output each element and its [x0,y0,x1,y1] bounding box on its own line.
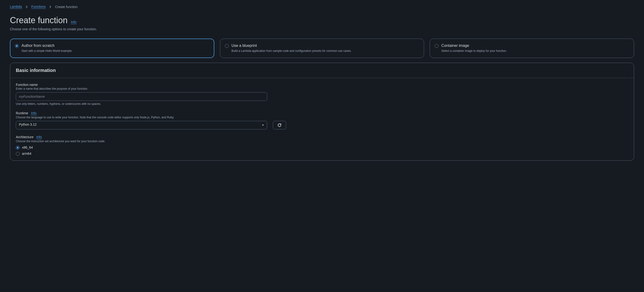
function-name-input[interactable] [16,92,267,101]
option-title: Container image [441,44,629,48]
chevron-right-icon [48,5,52,9]
breadcrumb: Lambda Functions Create function [10,5,634,9]
function-name-hint: Enter a name that describes the purpose … [16,87,628,90]
architecture-group: Architecture Info Choose the instruction… [16,135,628,156]
option-container-image[interactable]: Container image Select a container image… [430,39,634,58]
option-desc: Build a Lambda application from sample c… [232,49,419,53]
radio-arm64[interactable] [16,152,20,156]
page-subtitle: Choose one of the following options to c… [10,27,634,31]
runtime-select[interactable]: Python 3.12 [16,121,267,129]
panel-body: Function name Enter a name that describe… [10,78,634,161]
info-link-architecture[interactable]: Info [36,135,42,139]
radio-label: arm64 [22,152,32,156]
function-name-group: Function name Enter a name that describe… [16,83,628,105]
architecture-option-arm64[interactable]: arm64 [16,152,628,156]
options-row: Author from scratch Start with a simple … [10,39,634,58]
option-use-blueprint[interactable]: Use a blueprint Build a Lambda applicati… [220,39,424,58]
refresh-icon [277,123,282,127]
architecture-option-x86-64[interactable]: x86_64 [16,145,628,150]
page-title: Create function [10,15,68,25]
radio-x86-64[interactable] [16,146,20,150]
info-link-runtime[interactable]: Info [31,111,36,115]
function-name-help: Use only letters, numbers, hyphens, or u… [16,102,628,105]
architecture-label: Architecture [16,135,34,139]
radio-container-image[interactable] [435,44,438,48]
runtime-group: Runtime Info Choose the language to use … [16,111,628,129]
breadcrumb-lambda[interactable]: Lambda [10,5,22,9]
breadcrumb-current: Create function [55,5,78,9]
runtime-label: Runtime [16,111,28,115]
basic-information-panel: Basic information Function name Enter a … [10,63,634,161]
runtime-hint: Choose the language to use to write your… [16,116,628,119]
runtime-refresh-button[interactable] [273,121,286,129]
radio-label: x86_64 [22,145,33,149]
radio-use-blueprint[interactable] [225,44,229,48]
panel-title: Basic information [16,68,628,73]
function-name-label: Function name [16,83,38,87]
option-desc: Select a container image to deploy for y… [441,49,629,53]
architecture-hint: Choose the instruction set architecture … [16,139,628,143]
page-header: Create function Info Choose one of the f… [10,15,634,31]
option-author-from-scratch[interactable]: Author from scratch Start with a simple … [10,39,214,58]
option-title: Use a blueprint [232,44,419,48]
radio-author-from-scratch[interactable] [15,44,19,48]
option-desc: Start with a simple Hello World example. [22,49,209,53]
panel-header: Basic information [10,63,634,78]
breadcrumb-functions[interactable]: Functions [32,5,46,9]
chevron-right-icon [25,5,28,9]
info-link-header[interactable]: Info [71,20,76,24]
option-title: Author from scratch [22,44,209,48]
